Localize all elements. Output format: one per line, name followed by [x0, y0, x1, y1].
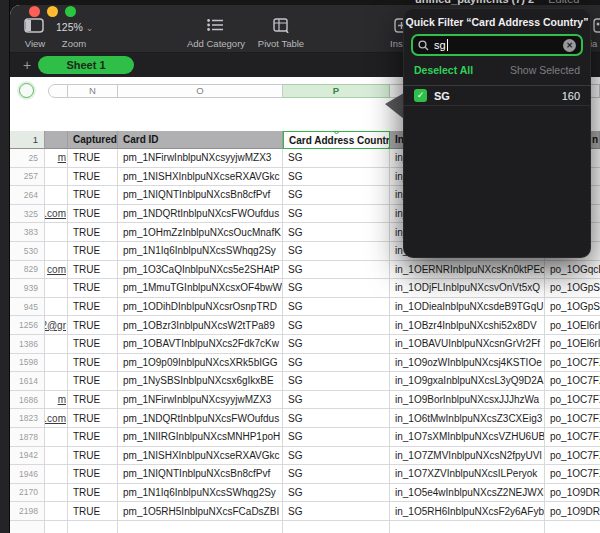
sheet-tab-sheet1[interactable]: Sheet 1: [38, 56, 134, 74]
row-number[interactable]: 530: [10, 242, 45, 261]
captured-cell[interactable]: TRUE: [68, 502, 118, 521]
invoice-id-cell[interactable]: in_1O9BorInblpuNXcsxJJJhzWa: [390, 391, 545, 410]
invoice-id-cell[interactable]: in_1O9gxaInblpuNXcsL3yQ9D2A: [390, 372, 545, 391]
card-address-country-cell[interactable]: SG: [283, 149, 390, 168]
card-id-cell[interactable]: pm_1N1Iq6InblpuNXcsSWhqg2Sy: [118, 484, 283, 503]
row-number[interactable]: 383: [10, 223, 45, 242]
email-fragment-cell[interactable]: [45, 428, 68, 447]
captured-cell[interactable]: TRUE: [68, 335, 118, 354]
zoom-dropdown[interactable]: 125% ⌄: [56, 21, 93, 33]
filter-item[interactable]: ✓SG160: [403, 86, 591, 106]
card-address-country-cell[interactable]: SG: [283, 372, 390, 391]
payout-id-cell[interactable]: po_1O9DRC: [545, 502, 600, 521]
captured-cell[interactable]: TRUE: [68, 279, 118, 298]
invoice-id-cell[interactable]: in_1OBzr4InblpuNXcshi52x8DV: [390, 316, 545, 335]
captured-cell[interactable]: TRUE: [68, 465, 118, 484]
email-fragment-cell[interactable]: 152@gr: [45, 316, 68, 335]
email-fragment-cell[interactable]: [45, 465, 68, 484]
email-link[interactable]: il.com: [45, 413, 66, 424]
captured-cell[interactable]: TRUE: [68, 149, 118, 168]
row-number[interactable]: 2170: [10, 484, 45, 503]
captured-cell[interactable]: TRUE: [68, 372, 118, 391]
card-id-cell[interactable]: pm_1NFirwInblpuNXcsyyjwMZX3: [118, 149, 283, 168]
card-address-country-cell[interactable]: SG: [283, 354, 390, 373]
payout-id-cell[interactable]: po_1OEl6rIn: [545, 316, 600, 335]
row-number[interactable]: 1878: [10, 428, 45, 447]
clear-search-icon[interactable]: ✕: [563, 39, 576, 52]
minimize-button[interactable]: [47, 6, 58, 17]
card-id-cell[interactable]: pm_1ODihDInblpuNXcsrOsnpTRD: [118, 298, 283, 317]
column-letter-n[interactable]: N: [68, 84, 118, 98]
column-letter-p[interactable]: P: [283, 84, 390, 98]
card-id-cell[interactable]: pm_1NISHXInblpuNXcseRXAVGkc: [118, 168, 283, 187]
email-fragment-cell[interactable]: com: [45, 261, 68, 280]
column-letter-o[interactable]: O: [118, 84, 283, 98]
captured-cell[interactable]: TRUE: [68, 391, 118, 410]
card-id-cell[interactable]: pm_1MmuTGInblpuNXcsxOF4bwW5: [118, 279, 283, 298]
card-id-cell[interactable]: pm_1N1Iq6InblpuNXcsSWhqg2Sy: [118, 242, 283, 261]
row-number[interactable]: 264: [10, 186, 45, 205]
invoice-id-cell[interactable]: in_1O6tMwInblpuNXcsZ3CXEig3: [390, 409, 545, 428]
row-number[interactable]: 1386: [10, 335, 45, 354]
row-number[interactable]: 1946: [10, 465, 45, 484]
email-fragment-cell[interactable]: [45, 242, 68, 261]
captured-cell[interactable]: TRUE: [68, 261, 118, 280]
card-address-country-cell[interactable]: SG: [283, 484, 390, 503]
pivot-table-icon[interactable]: [273, 18, 289, 33]
card-id-cell[interactable]: pm_1NIQNTInblpuNXcsBn8cfPvf: [118, 465, 283, 484]
card-id-cell[interactable]: pm_1OBAVTInblpuNXcs2Fdk7cKw: [118, 335, 283, 354]
card-address-country-cell[interactable]: SG: [283, 298, 390, 317]
card-address-country-cell[interactable]: SG: [283, 279, 390, 298]
card-id-cell[interactable]: pm_1NySBSInblpuNXcsx6gIkxBE: [118, 372, 283, 391]
selection-handle-top[interactable]: [334, 131, 339, 134]
payout-id-cell[interactable]: po_1OC7FX: [545, 465, 600, 484]
row-number[interactable]: 1256: [10, 316, 45, 335]
card-address-country-cell[interactable]: SG: [283, 465, 390, 484]
invoice-id-cell[interactable]: in_1OBAVUInblpuNXcsnGrVr2Ff: [390, 335, 545, 354]
row-number[interactable]: 1614: [10, 372, 45, 391]
view-sidebar-icon[interactable]: [24, 18, 44, 33]
header-captured[interactable]: Captured: [68, 131, 118, 149]
add-category-icon[interactable]: [207, 18, 224, 32]
payout-id-cell[interactable]: po_1OEl6rIn: [545, 335, 600, 354]
card-address-country-cell[interactable]: SG: [283, 391, 390, 410]
captured-cell[interactable]: TRUE: [68, 186, 118, 205]
invoice-id-cell[interactable]: in_1O9ozWInblpuNXcsj4KSTIOe: [390, 354, 545, 373]
captured-cell[interactable]: TRUE: [68, 316, 118, 335]
email-fragment-cell[interactable]: [45, 298, 68, 317]
table-select-all-circle[interactable]: [19, 83, 34, 98]
add-sheet-button[interactable]: +: [18, 56, 36, 74]
email-fragment-cell[interactable]: [45, 223, 68, 242]
card-address-country-cell[interactable]: SG: [283, 428, 390, 447]
card-id-cell[interactable]: pm_1NIQNTInblpuNXcsBn8cfPvf: [118, 186, 283, 205]
invoice-id-cell[interactable]: in_1ODjFLInblpuNXcsvOnVt5xQ: [390, 279, 545, 298]
captured-cell[interactable]: TRUE: [68, 484, 118, 503]
selection-handle-bottom-right[interactable]: [387, 147, 390, 150]
email-link[interactable]: com: [47, 264, 66, 275]
card-id-cell[interactable]: pm_1NDQRtInblpuNXcsFWOufdus: [118, 205, 283, 224]
payout-id-cell[interactable]: po_1OGpS4: [545, 279, 600, 298]
email-fragment-cell[interactable]: [45, 354, 68, 373]
payout-id-cell[interactable]: po_1OC7FX: [545, 372, 600, 391]
card-address-country-cell[interactable]: SG: [283, 205, 390, 224]
row-number[interactable]: 257: [10, 168, 45, 187]
card-address-country-cell[interactable]: SG: [283, 261, 390, 280]
header-card-id[interactable]: Card ID: [118, 131, 283, 149]
payout-id-cell[interactable]: po_1OC7FX: [545, 447, 600, 466]
payout-id-cell[interactable]: po_1OGpS4: [545, 298, 600, 317]
payout-id-cell[interactable]: po_1OC7FX: [545, 354, 600, 373]
card-address-country-cell[interactable]: SG: [283, 168, 390, 187]
payout-id-cell[interactable]: po_1O9DRC: [545, 484, 600, 503]
email-fragment-cell[interactable]: [45, 186, 68, 205]
header-email-sliver[interactable]: [45, 131, 68, 149]
row-number[interactable]: 25: [10, 149, 45, 168]
row-number[interactable]: 1942: [10, 447, 45, 466]
invoice-id-cell[interactable]: in_1O5e4wInblpuNXcsZ2NEJWXh: [390, 484, 545, 503]
email-fragment-cell[interactable]: [45, 447, 68, 466]
captured-cell[interactable]: TRUE: [68, 447, 118, 466]
email-link[interactable]: m: [58, 394, 66, 405]
email-fragment-cell[interactable]: [45, 279, 68, 298]
card-id-cell[interactable]: pm_1O5RH5InblpuNXcsFCaDsZBI: [118, 502, 283, 521]
payout-id-cell[interactable]: po_1OC7FX: [545, 428, 600, 447]
email-link[interactable]: 152@gr: [45, 320, 66, 331]
